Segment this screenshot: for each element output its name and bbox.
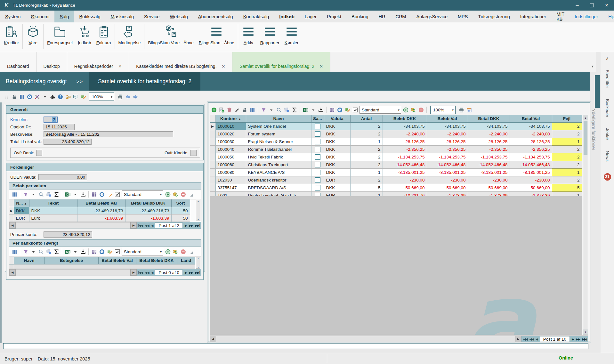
remove-icon[interactable] xyxy=(180,248,186,255)
table-row[interactable]: ▶DKKDKK-23.489.216,73-23.489.216,7350 xyxy=(9,207,190,214)
add-record-icon[interactable] xyxy=(218,107,225,113)
add-icon[interactable] xyxy=(211,107,217,113)
print-icon[interactable] xyxy=(117,93,123,100)
prev-record-button[interactable]: ◀ xyxy=(151,271,153,274)
scroll-right-button[interactable]: ▶ xyxy=(130,269,137,276)
confirm-checkbox-icon[interactable] xyxy=(114,191,120,198)
hscroll-track[interactable] xyxy=(216,336,515,342)
grid-row[interactable]: 33755147BREDSGAARD A/SDKK5-50.669,00-50.… xyxy=(210,184,582,192)
korselnr-label[interactable]: Kørselnr: xyxy=(10,117,44,122)
delete-icon[interactable] xyxy=(226,107,232,113)
sum-icon[interactable] xyxy=(291,107,297,113)
print-icon[interactable] xyxy=(458,107,465,113)
history-icon[interactable] xyxy=(26,93,33,100)
grid-vertical-scrollbar[interactable]: ▲ ▼ xyxy=(583,115,588,335)
refresh-amounts-icon[interactable] xyxy=(172,248,179,255)
menu-crm[interactable]: CRM xyxy=(390,11,411,22)
resize-corner-icon[interactable] xyxy=(188,248,194,255)
next-record-button[interactable]: ▶ xyxy=(185,224,187,227)
tab-desktop[interactable]: Desktop xyxy=(36,52,67,72)
zoom-select[interactable]: 100%▾ xyxy=(89,93,114,101)
sidebar-item-beskeder[interactable]: Beskeder xyxy=(605,99,610,117)
menu-hr[interactable]: HR xyxy=(373,11,390,22)
menu-maskinsalg[interactable]: Maskinsalg xyxy=(106,11,139,22)
ribbon-vare[interactable]: Vare xyxy=(24,22,42,45)
ribbon-bilagsskan-åbne[interactable]: BilagsSkan - Åbne xyxy=(196,22,237,45)
samle-checkbox[interactable] xyxy=(315,131,320,137)
bankkonto-table[interactable]: NavnBetegnelseBetal Beløb ValBetal Beløb… xyxy=(9,257,195,269)
ribbon-kørsler[interactable]: Kørsler xyxy=(282,22,301,45)
caret-down-icon[interactable] xyxy=(72,248,78,255)
user-export-icon[interactable] xyxy=(65,93,71,100)
samle-checkbox[interactable] xyxy=(315,139,320,144)
ribbon-bilagsskan-vare-åbne[interactable]: BilagsSkan Vare - Åbne xyxy=(145,22,196,45)
filter-icon[interactable] xyxy=(260,107,267,113)
grouping-icon[interactable] xyxy=(91,191,97,198)
samle-checkbox[interactable] xyxy=(315,170,320,175)
prev-page-button[interactable]: ◀◀ xyxy=(145,224,149,227)
search-icon[interactable] xyxy=(38,191,44,198)
grid-row[interactable]: 102030Udenlandsk kreditorEUR2-230,00-230… xyxy=(210,176,582,184)
sidebar-item-jobkø[interactable]: Jobkø xyxy=(605,128,610,140)
help-icon[interactable]: ? xyxy=(57,93,63,100)
menu-mit-kb[interactable]: MIT KB xyxy=(551,11,570,22)
filter-icon[interactable] xyxy=(22,248,29,255)
hscroll-track[interactable] xyxy=(16,222,130,229)
menu-økonomi[interactable]: Økonomi xyxy=(26,11,54,22)
download-icon[interactable] xyxy=(318,107,324,113)
resize-corner-icon[interactable] xyxy=(188,191,194,198)
notes-icon[interactable] xyxy=(106,191,113,198)
table-row[interactable]: EUREuro-1.603,39-1.603,3950 xyxy=(9,214,190,222)
more-functions-tab[interactable]: Yderligere funktioner xyxy=(591,109,596,150)
scroll-left-button[interactable]: ◀ xyxy=(9,222,16,229)
debug-icon[interactable] xyxy=(49,93,56,100)
valuta-table[interactable]: N... ▲TekstBetal Beløb ValBetal Beløb DK… xyxy=(9,199,190,222)
notes-icon[interactable] xyxy=(80,93,86,100)
selection-icon[interactable] xyxy=(45,191,52,198)
caret-down-icon[interactable] xyxy=(42,93,48,100)
next-record-button[interactable]: ▶ xyxy=(572,337,574,341)
sum-icon[interactable] xyxy=(53,248,60,255)
menu-hjælp[interactable]: Hjælp xyxy=(603,11,614,22)
caret-down-icon[interactable] xyxy=(310,107,316,113)
columns-icon[interactable] xyxy=(19,93,25,100)
last-record-button[interactable]: ▶▶| xyxy=(195,224,200,227)
lock-icon[interactable] xyxy=(241,107,248,113)
menu-anlægsservice[interactable]: AnlægsService xyxy=(411,11,453,22)
first-record-button[interactable]: |◀◀ xyxy=(523,337,528,341)
grid-row[interactable]: 1000060Christians TræimportDKK2-14.052.4… xyxy=(210,161,582,169)
columns-icon[interactable] xyxy=(11,248,18,255)
minimize-button[interactable]: ─ xyxy=(570,0,585,11)
zoom-select[interactable]: 100%▾ xyxy=(430,106,456,114)
close-tab-icon[interactable]: ✕ xyxy=(222,64,225,69)
menu-projekt[interactable]: Projekt xyxy=(322,11,346,22)
caret-down-icon[interactable] xyxy=(268,107,274,113)
columns-icon[interactable] xyxy=(249,107,255,113)
beskrivelse-field[interactable]: Bet.forslag Alle - ..15.11.202 xyxy=(44,131,173,137)
samle-checkbox[interactable] xyxy=(315,185,320,190)
sidebar-item-favoritter[interactable]: Favoritter xyxy=(605,70,610,88)
nav-back-icon[interactable] xyxy=(125,93,131,100)
samle-checkbox[interactable] xyxy=(315,162,320,167)
ovfr-kladde-checkbox[interactable] xyxy=(190,150,197,156)
first-record-button[interactable]: |◀◀ xyxy=(138,271,143,274)
remove-icon[interactable] xyxy=(418,107,424,113)
view-select[interactable]: Standard▾ xyxy=(122,190,163,198)
scroll-right-button[interactable]: ▶ xyxy=(130,222,137,229)
menu-indkøb[interactable]: Indkøb xyxy=(274,11,300,22)
search-icon[interactable] xyxy=(276,107,282,113)
resize-grip[interactable]: ⋰ xyxy=(610,360,613,363)
selection-icon[interactable] xyxy=(45,248,52,255)
nav-forward-icon[interactable] xyxy=(132,93,139,100)
prev-page-button[interactable]: ◀◀ xyxy=(529,337,534,341)
primar-konto-field[interactable]: -23.490.820,12 xyxy=(44,231,92,238)
bank-table-scrollbar[interactable]: ▲▼ xyxy=(196,257,200,269)
payment-proposal-grid[interactable]: Kontonr ▲NavnSa...ValutaAntalBeløb DKKBe… xyxy=(210,115,582,199)
menu-service[interactable]: Service xyxy=(139,11,165,22)
maximize-button[interactable] xyxy=(585,0,599,11)
next-page-button[interactable]: ▶▶ xyxy=(189,224,193,227)
menu-lager[interactable]: Lager xyxy=(300,11,322,22)
samle-checkbox[interactable] xyxy=(315,177,320,183)
screen-icon[interactable] xyxy=(72,93,79,100)
samle-checkbox[interactable] xyxy=(315,124,320,129)
